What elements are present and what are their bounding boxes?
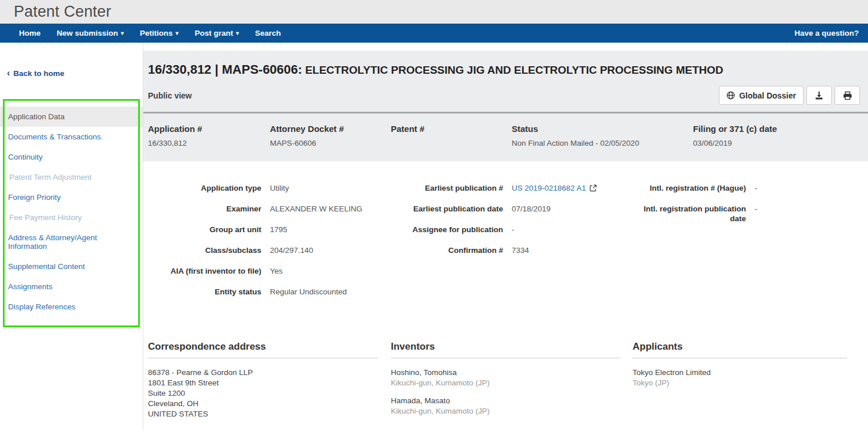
sidebar-item-patent-term-adjustment: Patent Term Adjustment	[0, 167, 143, 187]
inventor-location: Kikuchi-gun, Kumamoto (JP)	[391, 406, 633, 417]
sidebar-item-continuity[interactable]: Continuity	[0, 147, 143, 167]
external-link-icon	[589, 184, 597, 192]
address-line: UNITED STATES	[148, 409, 391, 419]
chevron-down-icon: ▾	[121, 31, 124, 36]
download-icon	[814, 91, 824, 100]
sidebar-item-documents-transactions[interactable]: Documents & Transactions	[0, 127, 143, 147]
bottom-sections: Correspondence address 86378 - Pearne & …	[143, 308, 868, 424]
field-earliest-publication-date: Earliest publication date 07/18/2019	[391, 204, 633, 214]
applicants-title: Applicants	[633, 341, 847, 358]
applicant-name: Tokyo Electron Limited	[633, 368, 860, 378]
details-column-1: Application type Utility Examiner ALEXAN…	[148, 183, 391, 308]
sidebar-item-display-references[interactable]: Display References	[0, 297, 143, 317]
sidebar-item-application-data[interactable]: Application Data	[0, 107, 143, 127]
nav-home[interactable]: Home	[19, 29, 41, 37]
applicant-entry: Tokyo Electron Limited Tokyo (JP)	[633, 368, 860, 388]
publication-link[interactable]: US 2019-0218682 A1	[512, 183, 597, 193]
address-line: 1801 East 9th Street	[148, 378, 391, 388]
main-navbar: Home New submission▾ Petitions▾ Post gra…	[0, 24, 868, 43]
correspondence-address-title: Correspondence address	[148, 341, 378, 358]
chevron-down-icon: ▾	[176, 31, 178, 36]
back-to-home-link[interactable]: ‹ Back to home	[7, 69, 64, 78]
address-line: Suite 1200	[148, 388, 391, 399]
inventor-entry: Hoshino, Tomohisa Kikuchi-gun, Kumamoto …	[391, 368, 633, 388]
field-assignee-for-publication: Assignee for publication -	[391, 225, 633, 234]
nav-petitions[interactable]: Petitions▾	[140, 29, 178, 37]
summary-filing-date: Filing or 371 (c) date 03/06/2019	[693, 124, 868, 147]
field-group-art-unit: Group art unit 1795	[148, 225, 391, 234]
field-earliest-publication-number: Earliest publication # US 2019-0218682 A…	[391, 183, 633, 193]
content-area: ‹ Back to home Application Data Document…	[0, 43, 868, 430]
sidebar-item-supplemental-content[interactable]: Supplemental Content	[0, 256, 143, 277]
print-icon	[843, 91, 852, 100]
applicant-location: Tokyo (JP)	[633, 378, 860, 388]
app-header: Patent Center	[0, 0, 868, 24]
field-intl-registration-publication-date: Intl. registration publication date -	[633, 204, 868, 224]
summary-status: Status Non Final Action Mailed - 02/05/2…	[512, 124, 693, 147]
nav-new-submission[interactable]: New submission▾	[57, 29, 124, 37]
field-entity-status: Entity status Regular Undiscounted	[148, 287, 391, 297]
app-title: Patent Center	[14, 3, 111, 21]
summary-patent-number: Patent #	[391, 124, 512, 147]
sidebar-item-address-attorney[interactable]: Address & Attorney/Agent Information	[0, 228, 143, 256]
inventor-location: Kikuchi-gun, Kumamoto (JP)	[391, 378, 633, 388]
have-a-question-link[interactable]: Have a question?	[794, 29, 859, 37]
correspondence-address-section: Correspondence address 86378 - Pearne & …	[148, 341, 391, 424]
nav-search[interactable]: Search	[255, 29, 281, 37]
field-examiner: Examiner ALEXANDER W KEELING	[148, 204, 391, 214]
main-panel: 16/330,812 | MAPS-60606: ELECTROLYTIC PR…	[143, 43, 868, 430]
address-line: Cleveland, OH	[148, 399, 391, 409]
application-details: Application type Utility Examiner ALEXAN…	[143, 161, 868, 308]
application-header-panel: 16/330,812 | MAPS-60606: ELECTROLYTIC PR…	[143, 51, 868, 161]
global-dossier-button[interactable]: Global Dossier	[719, 86, 804, 105]
print-button[interactable]	[835, 86, 860, 105]
inventors-section: Inventors Hoshino, Tomohisa Kikuchi-gun,…	[391, 341, 633, 424]
inventor-entry: Hamada, Masato Kikuchi-gun, Kumamoto (JP…	[391, 396, 633, 417]
field-aia: AIA (first inventor to file) Yes	[148, 266, 391, 276]
globe-icon	[726, 91, 735, 100]
field-class-subclass: Class/subclass 204/297.140	[148, 245, 391, 255]
inventor-name: Hamada, Masato	[391, 396, 633, 406]
summary-bar: Application # 16/330,812 Attorney Docket…	[143, 113, 868, 161]
chevron-left-icon: ‹	[7, 69, 10, 78]
applicants-section: Applicants Tokyo Electron Limited Tokyo …	[633, 341, 868, 424]
page-title: 16/330,812 | MAPS-60606: ELECTROLYTIC PR…	[148, 62, 854, 78]
details-column-3: Intl. registration # (Hague) - Intl. reg…	[633, 183, 868, 308]
sidebar: ‹ Back to home Application Data Document…	[0, 43, 143, 430]
sidebar-item-assignments[interactable]: Assignments	[0, 277, 143, 297]
details-column-2: Earliest publication # US 2019-0218682 A…	[391, 183, 633, 308]
address-line: 86378 - Pearne & Gordon LLP	[148, 368, 391, 378]
inventors-title: Inventors	[391, 341, 620, 358]
download-button[interactable]	[806, 86, 832, 105]
summary-attorney-docket: Attorney Docket # MAPS-60606	[270, 124, 391, 147]
header-buttons: Global Dossier	[719, 86, 860, 105]
summary-application-number: Application # 16/330,812	[148, 124, 270, 147]
sidebar-item-foreign-priority[interactable]: Foreign Priority	[0, 187, 143, 207]
public-view-label: Public view	[148, 91, 192, 100]
nav-post-grant[interactable]: Post grant▾	[195, 29, 239, 37]
field-confirmation-number: Confirmation # 7334	[391, 245, 633, 255]
inventor-name: Hoshino, Tomohisa	[391, 368, 633, 378]
field-intl-registration-number: Intl. registration # (Hague) -	[633, 183, 868, 193]
sidebar-nav: Application Data Documents & Transaction…	[0, 107, 143, 317]
sidebar-item-fee-payment-history: Fee Payment History	[0, 207, 143, 228]
chevron-down-icon: ▾	[236, 31, 239, 36]
field-application-type: Application type Utility	[148, 183, 391, 193]
